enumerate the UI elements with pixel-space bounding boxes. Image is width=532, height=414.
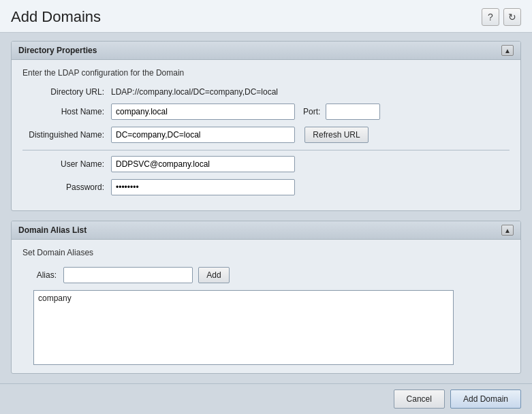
hostname-row: Host Name: Port: xyxy=(22,104,510,120)
help-icon: ? xyxy=(488,12,493,22)
domain-alias-subtitle: Set Domain Aliases xyxy=(22,248,510,257)
page-title: Add Domains xyxy=(11,8,101,26)
directory-properties-header: Directory Properties ▲ xyxy=(12,42,520,60)
hostname-input[interactable] xyxy=(111,104,295,120)
hostname-label: Host Name: xyxy=(22,107,111,116)
refresh-icon: ↻ xyxy=(508,12,516,22)
username-label: User Name: xyxy=(22,159,111,169)
password-row: Password: xyxy=(22,179,510,195)
refresh-url-button[interactable]: Refresh URL xyxy=(304,127,369,143)
form-divider xyxy=(22,150,510,150)
header-icons: ? ↻ xyxy=(482,8,521,26)
footer: Cancel Add Domain xyxy=(0,383,532,414)
cancel-button[interactable]: Cancel xyxy=(394,389,445,409)
domain-alias-panel: Domain Alias List ▲ Set Domain Aliases A… xyxy=(11,221,521,374)
directory-properties-title: Directory Properties xyxy=(18,46,97,55)
domain-alias-header: Domain Alias List ▲ xyxy=(12,221,520,240)
directory-properties-subtitle: Enter the LDAP configuration for the Dom… xyxy=(22,68,510,78)
alias-label: Alias: xyxy=(22,270,63,280)
username-row: User Name: xyxy=(22,156,510,172)
dn-label: Distinguished Name: xyxy=(22,130,111,140)
directory-properties-collapse-btn[interactable]: ▲ xyxy=(501,45,514,56)
dn-input[interactable] xyxy=(111,127,295,143)
password-input[interactable] xyxy=(111,179,295,195)
main-content: Directory Properties ▲ Enter the LDAP co… xyxy=(0,33,532,383)
port-input[interactable] xyxy=(326,104,380,120)
domain-alias-collapse-btn[interactable]: ▲ xyxy=(501,225,514,236)
directory-url-value: LDAP://company.local/DC=company,DC=local xyxy=(111,87,278,97)
alias-input-row: Alias: Add xyxy=(22,267,510,283)
directory-url-label: Directory URL: xyxy=(22,87,111,97)
password-label: Password: xyxy=(22,182,111,192)
add-domain-button[interactable]: Add Domain xyxy=(450,389,521,409)
refresh-button[interactable]: ↻ xyxy=(503,8,521,26)
port-label: Port: xyxy=(303,107,320,116)
page-header: Add Domains ? ↻ xyxy=(0,0,532,33)
alias-list-box[interactable]: company xyxy=(33,290,454,365)
directory-properties-body: Enter the LDAP configuration for the Dom… xyxy=(12,60,520,210)
alias-list-item: company xyxy=(38,293,449,303)
directory-url-row: Directory URL: LDAP://company.local/DC=c… xyxy=(22,87,510,97)
add-alias-button[interactable]: Add xyxy=(198,267,230,283)
dn-row: Distinguished Name: Refresh URL xyxy=(22,127,510,143)
alias-input[interactable] xyxy=(63,267,193,283)
domain-alias-body: Set Domain Aliases Alias: Add company xyxy=(12,240,520,373)
username-input[interactable] xyxy=(111,156,295,172)
domain-alias-title: Domain Alias List xyxy=(18,225,87,235)
help-button[interactable]: ? xyxy=(482,8,499,26)
directory-properties-panel: Directory Properties ▲ Enter the LDAP co… xyxy=(11,41,521,211)
